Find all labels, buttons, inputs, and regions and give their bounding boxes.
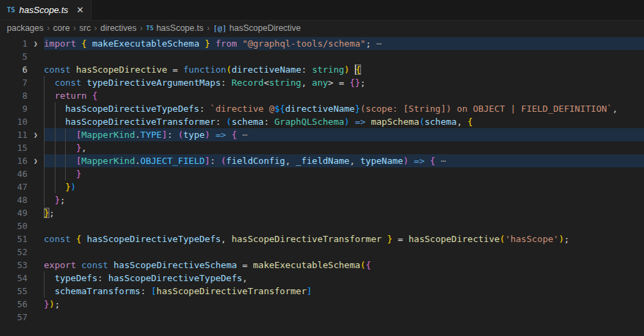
code-line[interactable]: 53export const hasScopeDirectiveSchema =…	[0, 259, 644, 272]
breadcrumb-item-file[interactable]: TS hasScope.ts	[146, 23, 203, 33]
code-line[interactable]: 10hasScopeDirectiveTransformer: (schema:…	[0, 115, 644, 128]
code-token: MapperKind	[82, 130, 135, 140]
code-token: mapSchema	[371, 117, 419, 127]
code-token: :	[97, 273, 108, 283]
code-token: ,	[82, 143, 87, 153]
code-token: {	[467, 117, 473, 127]
line-number[interactable]: 50	[0, 219, 27, 232]
code-token: hasScopeDirectiveTypeDefs	[108, 273, 243, 283]
code-line[interactable]: 54typeDefs: hasScopeDirectiveTypeDefs,	[0, 272, 644, 285]
code-token: string	[269, 77, 301, 88]
code-token: {	[232, 130, 237, 140]
code-token: export	[44, 260, 82, 270]
code-line[interactable]: 50	[0, 219, 644, 232]
code-token: ${	[275, 104, 286, 114]
line-number[interactable]: 56	[0, 298, 27, 311]
line-number[interactable]: 5	[0, 50, 27, 63]
code-line[interactable]: 46}	[0, 167, 644, 180]
line-number[interactable]: 1	[0, 37, 27, 50]
code-line[interactable]: 49};	[0, 206, 644, 219]
gutter-spacer	[27, 50, 44, 63]
code-line[interactable]: 16❯[MapperKind.OBJECT_FIELD]: (fieldConf…	[0, 154, 644, 167]
code-token: .	[135, 156, 140, 166]
folded-ellipsis[interactable]: ⋯	[376, 38, 382, 49]
gutter-spacer	[27, 206, 44, 219]
code-token: =>	[210, 130, 232, 140]
chevron-right-icon: ›	[95, 23, 97, 33]
line-number[interactable]: 53	[0, 259, 27, 272]
line-number[interactable]: 10	[0, 115, 27, 128]
indent-guide	[65, 128, 76, 141]
code-line[interactable]: 57	[0, 311, 644, 324]
fold-chevron-icon[interactable]: ❯	[27, 37, 44, 50]
code-line[interactable]: 1❯import { makeExecutableSchema } from "…	[0, 37, 644, 50]
code-token: `directive @	[210, 104, 275, 114]
code-line[interactable]: 48};	[0, 193, 644, 206]
line-number[interactable]: 48	[0, 193, 27, 206]
code-line[interactable]: 56});	[0, 298, 644, 311]
code-token: :	[199, 104, 210, 114]
indent-guide	[44, 193, 55, 206]
code-line[interactable]: 6const hasScopeDirective = function(dire…	[0, 63, 644, 76]
code-line[interactable]: 55schemaTransforms: [hasScopeDirectiveTr…	[0, 285, 644, 298]
code-token: hasScopeDirectiveTypeDefs	[65, 104, 199, 114]
chevron-right-icon: ›	[73, 23, 76, 33]
line-number[interactable]: 51	[0, 232, 27, 245]
breadcrumb-item-packages[interactable]: packages	[7, 23, 44, 33]
line-number[interactable]: 57	[0, 311, 27, 324]
line-number[interactable]: 8	[0, 89, 27, 102]
code-line[interactable]: 9hasScopeDirectiveTypeDefs: `directive @…	[0, 102, 644, 115]
line-number[interactable]: 54	[0, 272, 27, 285]
line-number[interactable]: 16	[0, 154, 27, 167]
code-line[interactable]: 52	[0, 245, 644, 259]
code-token: ;	[60, 195, 65, 205]
chevron-right-icon: ›	[207, 23, 210, 33]
code-line[interactable]: 5	[0, 50, 644, 63]
line-number[interactable]: 49	[0, 206, 27, 219]
breadcrumb-item-src[interactable]: src	[79, 23, 91, 33]
code-editor[interactable]: 1❯import { makeExecutableSchema } from "…	[0, 36, 644, 324]
line-number[interactable]: 7	[0, 76, 27, 89]
tab-bar: TS hasScope.ts ✕	[0, 0, 644, 21]
code-line[interactable]: 7const typeDirectiveArgumentMaps: Record…	[0, 76, 644, 89]
folded-ellipsis[interactable]: ⋯	[441, 156, 446, 166]
line-number[interactable]: 9	[0, 102, 27, 115]
close-icon[interactable]: ✕	[77, 5, 84, 15]
line-content: export const hasScopeDirectiveSchema = m…	[44, 259, 644, 272]
code-token: (	[419, 117, 425, 127]
gutter-spacer	[27, 167, 44, 180]
code-line[interactable]: 51const { hasScopeDirectiveTypeDefs, has…	[0, 232, 644, 245]
breadcrumb-item-directives[interactable]: directives	[101, 23, 137, 33]
line-number[interactable]: 11	[0, 128, 27, 141]
code-line[interactable]: 15},	[0, 141, 644, 154]
code-token: :	[215, 117, 226, 127]
breadcrumb-item-symbol[interactable]: [@] hasScopeDirective	[213, 23, 301, 33]
line-number[interactable]: 47	[0, 180, 27, 193]
code-line[interactable]: 11❯[MapperKind.TYPE]: (type) => { ⋯	[0, 128, 644, 141]
code-token: {	[82, 38, 92, 49]
line-number[interactable]: 52	[0, 245, 27, 259]
gutter-spacer	[27, 232, 44, 245]
indent-guide	[55, 115, 66, 128]
breadcrumb-item-core[interactable]: core	[53, 23, 70, 33]
gutter-spacer	[27, 272, 44, 285]
line-number[interactable]: 15	[0, 141, 27, 154]
tab-hasscope[interactable]: TS hasScope.ts ✕	[0, 0, 92, 20]
folded-ellipsis[interactable]: ⋯	[243, 130, 248, 140]
code-token: :	[221, 77, 232, 88]
code-token: ,	[221, 234, 232, 244]
fold-chevron-icon[interactable]: ❯	[27, 154, 44, 167]
line-number[interactable]: 46	[0, 167, 27, 180]
indent-guide	[44, 154, 55, 167]
line-content: });	[44, 298, 644, 311]
typescript-file-icon: TS	[146, 25, 153, 32]
code-line[interactable]: 47})	[0, 180, 644, 193]
code-token: function	[184, 64, 227, 75]
code-line[interactable]: 8return {	[0, 89, 644, 102]
folded-line-content: [MapperKind.TYPE]: (type) => { ⋯	[44, 128, 644, 141]
line-number[interactable]: 55	[0, 285, 27, 298]
line-number[interactable]: 6	[0, 63, 27, 76]
fold-chevron-icon[interactable]: ❯	[27, 128, 44, 141]
code-token: ,	[457, 117, 468, 127]
code-token: :	[301, 64, 312, 75]
